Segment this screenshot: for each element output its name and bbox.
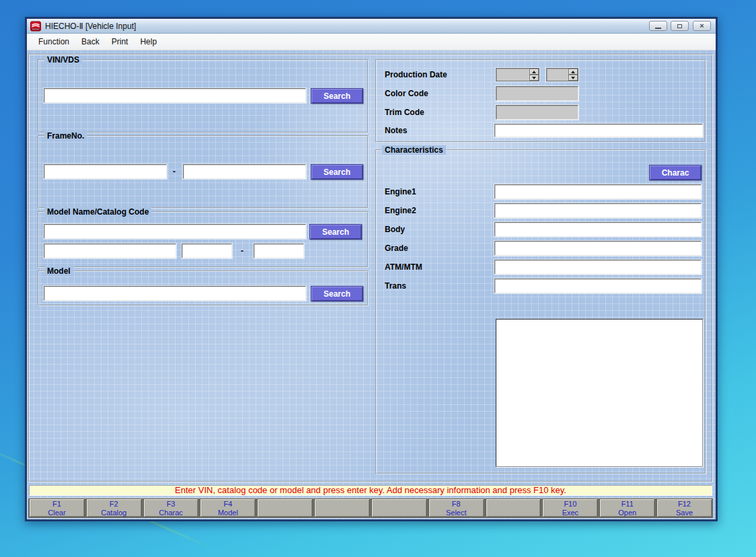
production-date-year-spinner[interactable] bbox=[496, 68, 539, 81]
fkey-key: F3 bbox=[144, 500, 198, 509]
vehicle-info-group: Production Date Color Code Trim Code Not… bbox=[375, 59, 706, 143]
trans-label: Trans bbox=[385, 281, 406, 291]
fkey-empty-9 bbox=[486, 498, 541, 517]
frame-no-group-label: FrameNo. bbox=[44, 131, 87, 141]
status-bar: Enter VIN, catalog code or model and pre… bbox=[29, 485, 712, 496]
catalog-sub2-input[interactable] bbox=[182, 244, 232, 258]
app-icon bbox=[30, 21, 41, 32]
fkey-key: F4 bbox=[200, 500, 255, 509]
frame-no-to-input[interactable] bbox=[183, 164, 306, 179]
month-spin-down-icon[interactable] bbox=[568, 75, 578, 81]
fkey-key: F8 bbox=[429, 500, 484, 509]
model-group: Model Search bbox=[38, 270, 369, 306]
model-search-button[interactable]: Search bbox=[311, 286, 363, 301]
catalog-code-group: Model Name/Catalog Code Search - bbox=[38, 211, 369, 268]
catalog-code-input[interactable] bbox=[44, 224, 306, 239]
restore-icon bbox=[677, 24, 682, 28]
catalog-code-group-label: Model Name/Catalog Code bbox=[44, 207, 151, 217]
fkey-f2-catalog[interactable]: F2 Catalog bbox=[86, 498, 142, 517]
fkey-label: Model bbox=[200, 509, 255, 517]
catalog-sub3-input[interactable] bbox=[254, 244, 304, 258]
window-title: HIECHO-Ⅱ [Vehicle Input] bbox=[45, 22, 136, 31]
menu-print[interactable]: Print bbox=[106, 35, 135, 48]
engine1-input[interactable] bbox=[494, 184, 702, 199]
color-code-input bbox=[496, 86, 578, 101]
fkey-key: F11 bbox=[600, 500, 654, 509]
fkey-key: F1 bbox=[30, 500, 84, 509]
fkey-label: Charac bbox=[144, 509, 198, 517]
title-bar[interactable]: HIECHO-Ⅱ [Vehicle Input] × bbox=[27, 19, 716, 34]
fkey-key: F12 bbox=[657, 500, 712, 509]
fkey-f12-save[interactable]: F12 Save bbox=[656, 498, 712, 517]
production-date-label: Production Date bbox=[385, 70, 447, 79]
fkey-f3-charac[interactable]: F3 Charac bbox=[143, 498, 199, 517]
fkey-f8-select[interactable]: F8 Select bbox=[428, 498, 484, 517]
fkey-key: F2 bbox=[87, 500, 141, 509]
menu-bar: Function Back Print Help bbox=[27, 34, 716, 50]
menu-back[interactable]: Back bbox=[75, 35, 106, 48]
fkey-label: Exec bbox=[543, 509, 597, 517]
close-button[interactable]: × bbox=[693, 21, 711, 31]
grade-label: Grade bbox=[385, 244, 408, 253]
frame-no-from-input[interactable] bbox=[44, 164, 167, 179]
trans-input[interactable] bbox=[494, 278, 702, 293]
fkey-empty-7 bbox=[371, 498, 427, 517]
fkey-f4-model[interactable]: F4 Model bbox=[200, 498, 256, 517]
month-spin-up-icon[interactable] bbox=[568, 69, 578, 75]
frame-no-group: FrameNo. - Search bbox=[38, 135, 369, 209]
characteristics-group: Characteristics Charac Engine1 Engine2 B… bbox=[375, 149, 706, 474]
minimize-icon bbox=[655, 28, 661, 29]
restore-button[interactable] bbox=[671, 21, 689, 31]
fkey-label: Save bbox=[657, 509, 712, 517]
app-window: HIECHO-Ⅱ [Vehicle Input] × Function Back… bbox=[25, 17, 718, 521]
fkey-empty-6 bbox=[314, 498, 370, 517]
charac-button[interactable]: Charac bbox=[649, 165, 702, 180]
model-input[interactable] bbox=[44, 286, 306, 301]
trim-code-label: Trim Code bbox=[385, 108, 424, 117]
characteristics-list[interactable] bbox=[496, 319, 703, 467]
model-group-label: Model bbox=[44, 266, 73, 276]
catalog-code-search-button[interactable]: Search bbox=[309, 224, 362, 239]
client-area: VIN/VDS Search FrameNo. - Search Model N… bbox=[27, 50, 716, 519]
vin-vds-group-label: VIN/VDS bbox=[44, 55, 82, 65]
engine2-input[interactable] bbox=[494, 203, 702, 218]
close-icon: × bbox=[700, 22, 704, 30]
atm-mtm-input[interactable] bbox=[494, 260, 702, 274]
year-spin-down-icon[interactable] bbox=[529, 75, 539, 81]
function-key-bar: F1 Clear F2 Catalog F3 Charac F4 Model bbox=[28, 498, 713, 518]
frame-no-separator: - bbox=[173, 167, 176, 176]
vin-vds-group: VIN/VDS Search bbox=[38, 59, 369, 133]
engine2-label: Engine2 bbox=[385, 206, 416, 215]
fkey-label: Catalog bbox=[87, 509, 141, 517]
atm-mtm-label: ATM/MTM bbox=[385, 262, 422, 272]
year-spin-up-icon[interactable] bbox=[529, 69, 539, 75]
catalog-sub1-input[interactable] bbox=[44, 244, 176, 258]
minimize-button[interactable] bbox=[649, 21, 667, 31]
production-date-month-spinner[interactable] bbox=[546, 68, 578, 81]
catalog-separator: - bbox=[241, 246, 243, 256]
vin-input[interactable] bbox=[44, 88, 306, 103]
fkey-label: Select bbox=[429, 509, 484, 517]
body-input[interactable] bbox=[494, 222, 702, 237]
engine1-label: Engine1 bbox=[385, 187, 416, 196]
fkey-label: Open bbox=[600, 509, 654, 517]
fkey-f11-open[interactable]: F11 Open bbox=[599, 498, 655, 517]
vin-search-button[interactable]: Search bbox=[311, 88, 363, 104]
fkey-label: Clear bbox=[30, 509, 84, 517]
menu-help[interactable]: Help bbox=[134, 35, 163, 48]
fkey-f10-exec[interactable]: F10 Exec bbox=[542, 498, 598, 517]
fkey-key: F10 bbox=[543, 500, 597, 509]
fkey-empty-5 bbox=[257, 498, 313, 517]
grade-input[interactable] bbox=[494, 241, 702, 256]
frame-no-search-button[interactable]: Search bbox=[311, 164, 363, 180]
notes-input[interactable] bbox=[494, 124, 703, 137]
menu-function[interactable]: Function bbox=[32, 35, 75, 48]
body-label: Body bbox=[385, 225, 405, 234]
characteristics-group-label: Characteristics bbox=[382, 145, 446, 155]
desktop: { "window": { "title": "HIECHO-Ⅱ [Vehicl… bbox=[0, 0, 756, 557]
color-code-label: Color Code bbox=[385, 89, 428, 98]
trim-code-input bbox=[496, 105, 578, 120]
notes-label: Notes bbox=[385, 126, 407, 135]
fkey-f1-clear[interactable]: F1 Clear bbox=[29, 498, 85, 517]
